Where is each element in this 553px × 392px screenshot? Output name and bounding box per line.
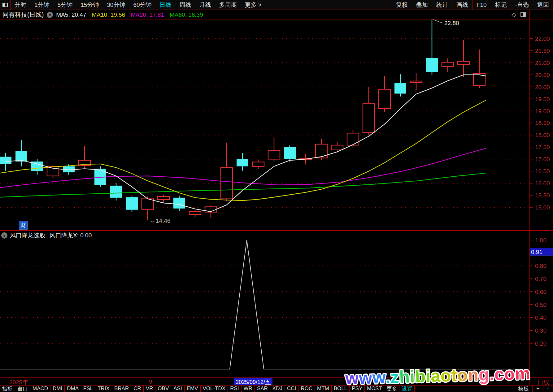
- menu-item-4[interactable]: 30分钟: [107, 1, 125, 9]
- indicator-tabbar: 指标窗口MACDDMIDMAFSLTRIXBRARCRVROBVASIEMVVO…: [0, 385, 553, 392]
- menu-item-9[interactable]: 多周期: [219, 1, 237, 9]
- tab-11[interactable]: ASI: [171, 386, 184, 392]
- tab-3[interactable]: DMI: [50, 386, 65, 392]
- price-tick-label: 19.00: [535, 108, 550, 114]
- tab-19[interactable]: ROC: [298, 386, 315, 392]
- sub-tick-label: 0.40: [535, 314, 546, 321]
- price-tick-label: 15.50: [535, 192, 550, 199]
- toolbar-button-2[interactable]: 统计: [432, 0, 452, 10]
- toolbar-button-4[interactable]: F10: [472, 0, 491, 10]
- price-tick-label: 19.50: [535, 96, 550, 102]
- tab-20[interactable]: MTM: [315, 386, 332, 392]
- tab-12[interactable]: EMV: [185, 386, 201, 392]
- chevron-down-icon[interactable]: ∨: [47, 12, 53, 18]
- tab-17[interactable]: KDJ: [270, 386, 285, 392]
- split-pane-icon: [2, 3, 8, 7]
- split-window-icon[interactable]: [520, 12, 526, 17]
- menubar: 分时1分钟5分钟15分钟30分钟60分钟日线周线月线多周期更多 > 复权叠加统计…: [0, 0, 553, 10]
- sub-tick-label: 0.20: [535, 340, 546, 347]
- menu-item-0[interactable]: 分时: [15, 1, 26, 9]
- price-tick-label: 22.00: [535, 36, 550, 42]
- sub-tick-label: 1.00: [535, 237, 546, 243]
- toolbar-button-6[interactable]: -自选: [511, 0, 533, 10]
- period-menu: 分时1分钟5分钟15分钟30分钟60分钟日线周线月线多周期更多 >: [11, 0, 266, 10]
- tab-22[interactable]: PSY: [350, 386, 365, 392]
- tab-14[interactable]: RSI: [228, 386, 241, 392]
- tab-0[interactable]: 指标: [0, 386, 15, 392]
- tab-right-2[interactable]: -: [543, 386, 553, 392]
- sub-tick-label: 0.80: [535, 263, 546, 269]
- diamond-icon[interactable]: ◇: [512, 11, 516, 18]
- low-price-annotation: ←14.46: [150, 218, 171, 224]
- month-label: 9: [149, 378, 152, 385]
- finance-badge[interactable]: 财: [19, 221, 28, 230]
- menu-item-10[interactable]: 更多 >: [245, 1, 262, 9]
- high-price-annotation: 22.80: [444, 20, 459, 26]
- tab-4[interactable]: DMA: [65, 386, 81, 392]
- tab-right-1[interactable]: +: [533, 386, 543, 392]
- price-tick-label: 20.50: [535, 72, 550, 78]
- menu-item-2[interactable]: 5分钟: [58, 1, 73, 9]
- menu-item-1[interactable]: 1分钟: [34, 1, 50, 9]
- subchart-legend: ∨ 风口降龙选股 风口降龙X: 0.00: [1, 231, 92, 239]
- sub-tick-label: 0.30: [535, 327, 546, 334]
- toolbar-buttons: 复权叠加统计画线F10标记-自选返回: [392, 0, 553, 10]
- price-tick-label: 20.00: [535, 84, 550, 90]
- sub-marker-value: 0.91: [531, 249, 542, 255]
- menu-item-6[interactable]: 日线: [160, 1, 172, 9]
- sub-tick-label: 0.50: [535, 302, 546, 308]
- tdx-app: 22.0021.5021.0020.5020.0019.5019.0018.50…: [0, 0, 553, 392]
- price-tick-label: 17.00: [535, 156, 550, 162]
- tab-25[interactable]: 设置: [399, 386, 415, 392]
- menu-item-7[interactable]: 周线: [180, 1, 191, 9]
- date-axis: 2025年 9 2025/09/12/五 日线: [0, 377, 553, 385]
- chart-canvas: 22.0021.5021.0020.5020.0019.5019.0018.50…: [0, 0, 553, 392]
- menu-item-8[interactable]: 月线: [199, 1, 211, 9]
- price-tick-label: 18.00: [535, 132, 550, 138]
- menu-item-3[interactable]: 15分钟: [81, 1, 99, 9]
- tab-18[interactable]: CCI: [285, 386, 298, 392]
- titlebar: 同有科技(日线) ∨ MA5: 20.47MA10: 19.56MA20: 17…: [0, 10, 553, 19]
- toolbar-button-3[interactable]: 画线: [452, 0, 472, 10]
- tab-21[interactable]: BOLL: [332, 386, 350, 392]
- menu-item-5[interactable]: 60分钟: [133, 1, 151, 9]
- chevron-down-icon[interactable]: ∨: [1, 232, 7, 239]
- tab-5[interactable]: FSL: [81, 386, 95, 392]
- toolbar-button-0[interactable]: 复权: [392, 0, 412, 10]
- price-tick-label: 16.50: [535, 168, 550, 174]
- tab-6[interactable]: TRIX: [95, 386, 112, 392]
- tab-13[interactable]: VOL-TDX: [201, 386, 228, 392]
- tab-23[interactable]: MCST: [365, 386, 384, 392]
- tab-9[interactable]: VR: [144, 386, 156, 392]
- tab-2[interactable]: MACD: [30, 386, 50, 392]
- ma-value-2: MA20: 17.81: [131, 11, 164, 18]
- price-tick-label: 15.00: [535, 204, 550, 211]
- price-tick-label: 21.50: [535, 48, 550, 54]
- ma-value-0: MA5: 20.47: [56, 11, 86, 18]
- indicator-value: 风口降龙X: 0.00: [50, 231, 92, 239]
- tab-1[interactable]: 窗口: [15, 386, 30, 392]
- price-tick-label: 16.00: [535, 180, 550, 187]
- tab-right-0[interactable]: 模板: [514, 386, 533, 392]
- tab-15[interactable]: WR: [242, 386, 255, 392]
- ma-value-3: MA60: 16.39: [170, 11, 203, 18]
- toolbar-button-5[interactable]: 标记: [491, 0, 511, 10]
- tabbar-spacer: [415, 386, 514, 392]
- toolbar-button-1[interactable]: 叠加: [412, 0, 432, 10]
- price-tick-label: 17.50: [535, 144, 550, 150]
- sub-tick-label: 0.60: [535, 289, 546, 295]
- indicator-name[interactable]: 风口降龙选股: [10, 231, 45, 239]
- price-tick-label: 21.00: [535, 60, 550, 66]
- tab-16[interactable]: SAR: [255, 386, 270, 392]
- tab-7[interactable]: BRAR: [112, 386, 131, 392]
- price-tick-label: 18.50: [535, 120, 550, 126]
- stock-title[interactable]: 同有科技(日线): [2, 11, 44, 19]
- ma-legend: MA5: 20.47MA10: 19.56MA20: 17.81MA60: 16…: [56, 11, 208, 18]
- sub-tick-label: 0.70: [535, 276, 546, 282]
- tab-24[interactable]: 更多: [384, 386, 399, 392]
- tab-8[interactable]: CR: [131, 386, 144, 392]
- tab-10[interactable]: OBV: [155, 386, 171, 392]
- ma-value-1: MA10: 19.56: [92, 11, 125, 18]
- toolbar-button-7[interactable]: 返回: [533, 0, 553, 10]
- layout-button[interactable]: [0, 0, 11, 10]
